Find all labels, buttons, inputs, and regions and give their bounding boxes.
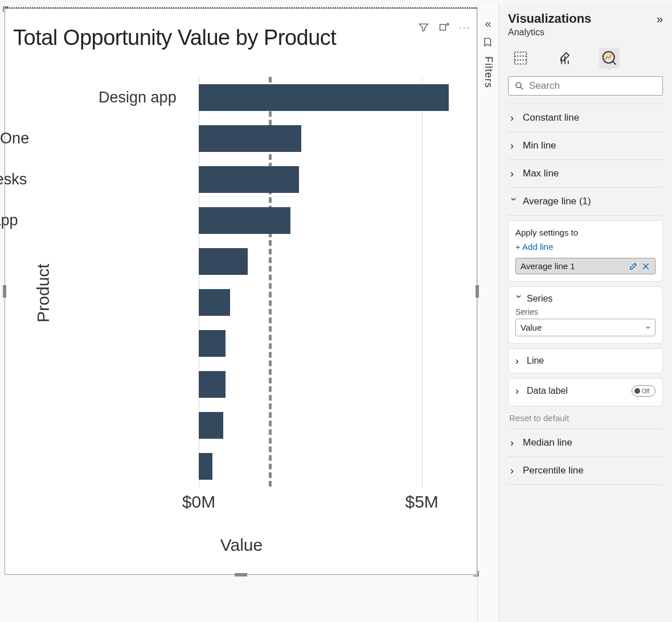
chevron-down-icon: ›	[644, 326, 654, 329]
bar-row: Ergonomic Seating	[199, 330, 226, 357]
x-tick-label: $0M	[182, 492, 215, 512]
search-field[interactable]	[529, 80, 657, 92]
section-label: Constant line	[523, 112, 579, 123]
apply-settings-card: Apply settings to + Add line Average lin…	[508, 220, 663, 282]
toggle-knob	[634, 388, 640, 394]
bar[interactable]	[199, 453, 212, 480]
resize-handle-top-left[interactable]	[3, 6, 9, 12]
data-label-section-label: Data label	[527, 386, 568, 396]
line-section-label: Line	[527, 356, 544, 366]
edit-icon[interactable]	[629, 262, 638, 271]
apply-settings-label: Apply settings to	[515, 228, 655, 237]
visual-filter-icon[interactable]	[417, 21, 430, 34]
focus-mode-icon[interactable]	[438, 21, 450, 34]
section-label: Min line	[523, 140, 556, 151]
bar[interactable]	[199, 289, 230, 316]
resize-handle-left[interactable]	[3, 285, 6, 298]
average-line-item-label: Average line 1	[521, 261, 575, 271]
bar-row: Scanners	[199, 289, 230, 316]
analytics-tab[interactable]	[599, 48, 620, 68]
section-label: Average line (1)	[523, 196, 591, 207]
bar[interactable]	[199, 166, 299, 193]
bar-row: Laser Printers	[199, 371, 226, 398]
chevron-right-icon: ›	[510, 466, 518, 476]
series-field-label: Series	[515, 307, 655, 316]
category-label: All-in-One	[0, 130, 29, 147]
category-label: Design app	[6, 89, 177, 106]
chevron-right-icon: ›	[515, 386, 523, 396]
bar[interactable]	[199, 371, 226, 398]
x-tick-label: $5M	[405, 492, 438, 512]
data-label-card[interactable]: › Data label Off	[508, 378, 663, 406]
search-icon	[514, 81, 525, 91]
min-line-section[interactable]: › Min line	[508, 131, 663, 159]
visualizations-pane: Visualizations » Analytics › Constant li…	[499, 3, 672, 622]
bar-row: Webcams	[199, 453, 212, 480]
percentile-line-section[interactable]: › Percentile line	[508, 456, 663, 485]
resize-handle-bottom-right[interactable]	[473, 571, 479, 576]
category-label: Mobile app	[0, 212, 18, 229]
reset-to-default[interactable]: Reset to default	[509, 413, 663, 423]
bar-row: Stand-up Desks	[199, 166, 299, 193]
delete-icon[interactable]	[641, 262, 650, 271]
svg-rect-0	[440, 24, 446, 30]
bar[interactable]	[199, 207, 290, 234]
filters-pane-collapsed[interactable]: « Filters	[477, 3, 499, 622]
chart-title: Total Opportunity Value by Product	[5, 9, 477, 50]
analytics-search-input[interactable]	[508, 76, 663, 96]
gridline	[422, 77, 423, 487]
bar[interactable]	[199, 330, 226, 357]
category-label: Stand-up Desks	[0, 171, 27, 188]
chart-plot-area: Product Design appAll-in-OneStand-up Des…	[17, 77, 466, 509]
visualizations-title: Visualizations	[508, 11, 591, 26]
median-line-section[interactable]: › Median line	[508, 429, 663, 456]
chevron-right-icon: ›	[510, 168, 518, 179]
build-visual-tab[interactable]	[510, 48, 531, 68]
section-label: Median line	[523, 437, 572, 448]
y-axis-title: Product	[34, 263, 53, 322]
format-visual-tab[interactable]	[555, 48, 575, 68]
chevron-right-icon: ›	[510, 113, 518, 123]
bar-row: Tablets	[199, 248, 248, 275]
series-card: › Series Series Value ›	[508, 286, 663, 344]
chevron-right-icon: ›	[510, 438, 518, 448]
bar-row: Desktops	[199, 412, 223, 439]
series-section-label: Series	[527, 294, 552, 304]
max-line-section[interactable]: › Max line	[508, 159, 663, 187]
chevron-down-icon[interactable]: ›	[514, 295, 525, 303]
bar[interactable]	[199, 248, 248, 275]
resize-handle-right[interactable]	[476, 285, 479, 298]
series-dropdown[interactable]: Value ›	[515, 319, 655, 336]
bar-row: Mobile app	[199, 207, 290, 234]
more-options-icon[interactable]: ···	[458, 21, 471, 34]
svg-rect-1	[515, 52, 527, 64]
expand-filters-icon[interactable]: «	[485, 17, 491, 30]
chevron-right-icon: ›	[515, 356, 523, 366]
collapse-visualizations-icon[interactable]: »	[657, 13, 663, 26]
line-card[interactable]: › Line	[508, 348, 663, 373]
section-label: Percentile line	[523, 465, 584, 476]
add-line-button[interactable]: + Add line	[515, 242, 553, 252]
series-selected-value: Value	[521, 323, 542, 332]
average-line-section[interactable]: › Average line (1)	[508, 187, 663, 216]
chevron-right-icon: ›	[510, 141, 518, 151]
filters-label: Filters	[482, 56, 494, 88]
bar[interactable]	[199, 412, 223, 439]
x-axis-title: Value	[17, 536, 466, 555]
bookmark-icon[interactable]	[483, 37, 493, 50]
constant-line-section[interactable]: › Constant line	[508, 104, 663, 131]
bar-row: All-in-One	[199, 125, 301, 152]
average-line-item[interactable]: Average line 1	[515, 258, 655, 274]
bar-row: Design app	[199, 84, 449, 111]
section-label: Max line	[523, 168, 559, 179]
chevron-down-icon: ›	[509, 197, 519, 205]
bar[interactable]	[199, 125, 301, 152]
data-label-toggle[interactable]: Off	[632, 385, 655, 397]
chart-visual-container[interactable]: ··· Total Opportunity Value by Product P…	[5, 8, 477, 575]
analytics-subtitle: Analytics	[508, 27, 663, 38]
toggle-state-label: Off	[642, 388, 649, 394]
bar[interactable]	[199, 84, 449, 111]
resize-handle-bottom[interactable]	[235, 573, 247, 576]
svg-point-5	[516, 83, 521, 88]
